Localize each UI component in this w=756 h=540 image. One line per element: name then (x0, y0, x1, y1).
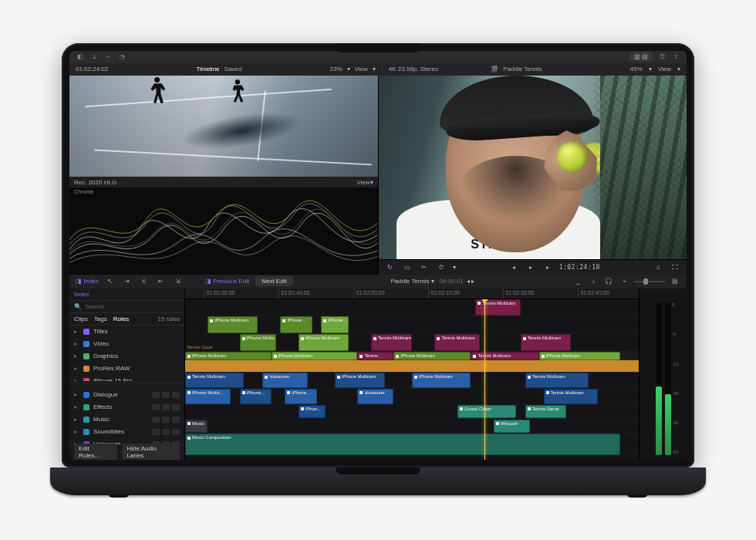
insert-tool-icon[interactable]: ⇤ (156, 276, 167, 287)
fullscreen-icon[interactable]: ⛶ (670, 262, 680, 272)
timeline-lane[interactable]: iPhone MulticamiPhone…iPhone… (185, 316, 639, 334)
clip[interactable]: iPhone Multicam (412, 373, 471, 388)
browser-view-menu[interactable]: View (355, 66, 368, 73)
clip[interactable]: iPhone… (280, 316, 312, 333)
loop-icon[interactable]: ↻ (385, 262, 396, 272)
prev-frame-icon[interactable]: ◂ (508, 262, 519, 272)
clip[interactable]: iPhone Multicam (208, 316, 258, 333)
layout-segmented[interactable]: ▥ ▤ (629, 52, 653, 61)
clip-appearance-icon[interactable]: ▤ (670, 276, 680, 287)
background-tasks-icon[interactable]: ◔ (117, 52, 127, 62)
program-viewer[interactable]: STR (379, 76, 687, 259)
clip[interactable]: iPhone Multic… (185, 389, 231, 404)
trim-tool-icon[interactable]: ⇥ (122, 276, 133, 287)
previous-edit-button[interactable]: ◨ Previous Edit (205, 278, 249, 285)
clip[interactable]: iPhone Multicam (393, 352, 471, 359)
arrow-tool-icon[interactable]: ↖ (105, 276, 116, 287)
role-row[interactable]: ▸Soundbites (69, 426, 184, 438)
timeline-project-name[interactable]: Paddle Tennis (390, 278, 429, 285)
play-icon[interactable]: ▸ (525, 262, 536, 272)
tab-clips[interactable]: Clips (74, 316, 88, 322)
clip[interactable]: Tennis Multicam (185, 373, 244, 388)
timeline-lane[interactable]: iPhone Multic…iPhone…iPhone…VoiceoverTen… (185, 389, 639, 405)
timeline-lane[interactable]: Tennis MulticamVoiceoveriPhone Multicami… (185, 373, 639, 389)
timeline-lane[interactable]: MusicWhoosh (185, 420, 639, 434)
role-row[interactable]: ▸iPhone 15 Pro (69, 375, 184, 381)
hide-audio-lanes-button[interactable]: Hide Audio Lanes (122, 444, 180, 460)
project-name[interactable]: Paddle Tennis (503, 66, 542, 73)
timeline-lane[interactable]: iPhon…Crowd CheerTennis Serve (185, 405, 639, 420)
sidebar-toggle-icon[interactable]: ◧ (76, 52, 85, 62)
range-icon[interactable]: ▭ (402, 262, 413, 272)
viewer-zoom[interactable]: 45% (630, 66, 643, 73)
clip[interactable]: iPhone Multic… (240, 334, 276, 351)
clip[interactable]: Voiceover (262, 373, 308, 388)
connect-tool-icon[interactable]: ⎋ (139, 276, 150, 287)
scope-view-menu[interactable]: View (356, 179, 370, 186)
timeline-tracks[interactable]: Tennis MulticamiPhone MulticamiPhone…iPh… (185, 299, 639, 460)
clip[interactable]: Tennis Multicam (544, 389, 599, 404)
audio-skim-icon[interactable]: ♪ (588, 276, 599, 287)
saved-tab[interactable]: Saved (224, 66, 242, 73)
index-search[interactable]: 🔍 Search (69, 301, 184, 313)
timeline-ruler[interactable]: 01:01:30:0001:01:45:0001:02:00:0001:02:1… (185, 289, 639, 299)
primary-storyline[interactable]: Tennis CourtiPhone MulticamiPhone Multic… (185, 352, 639, 373)
audio-meter-icon[interactable]: ♫ (653, 262, 663, 272)
share-icon[interactable]: ⇪ (671, 52, 680, 62)
role-row[interactable]: ▸Effects (69, 401, 184, 413)
clip[interactable]: Crowd Cheer (457, 405, 516, 419)
clip[interactable]: Music Composition (185, 434, 620, 455)
clip[interactable]: Tennis Multicam (475, 299, 521, 316)
viewer-view-menu[interactable]: View (658, 66, 671, 73)
clip[interactable]: Voiceover (357, 389, 393, 404)
timeline-lane[interactable]: Tennis Multicam (185, 299, 639, 317)
role-row[interactable]: ▸Video (69, 338, 184, 350)
clip[interactable]: Tennis Multicam (371, 334, 412, 351)
video-scope[interactable] (69, 196, 378, 274)
solo-icon[interactable]: 🎧 (603, 276, 614, 287)
clip[interactable]: Whoosh (494, 420, 530, 434)
timeline-lane[interactable]: iPhone Multic…iPhone MulticamTennis Mult… (185, 334, 639, 352)
timeline[interactable]: 01:01:30:0001:01:45:0001:02:00:0001:02:1… (185, 289, 639, 460)
role-row[interactable]: ▸Titles (69, 326, 184, 338)
clip[interactable]: iPhone Multicam (539, 352, 621, 359)
timeline-lane[interactable]: Music Composition (185, 434, 639, 456)
clip[interactable]: iPhone Multicam (299, 334, 349, 351)
timeline-tab[interactable]: Timeline (197, 66, 220, 73)
import-icon[interactable]: ⤓ (89, 52, 99, 62)
tab-roles[interactable]: Roles (113, 316, 129, 322)
role-row[interactable]: ▸ProRes RAW (69, 363, 184, 375)
clip[interactable]: Tennis Multicam (525, 373, 589, 388)
edit-roles-button[interactable]: Edit Roles… (74, 444, 117, 460)
browser-zoom[interactable]: 23% (330, 66, 343, 73)
event-browser-viewer[interactable] (69, 76, 378, 177)
clip[interactable]: Tennis Serve (525, 405, 566, 419)
skimming-icon[interactable]: ⎯ (572, 276, 583, 287)
clip[interactable]: Tennis Multicam (521, 334, 571, 351)
tab-tags[interactable]: Tags (94, 316, 107, 322)
keyword-icon[interactable]: ⌁ (103, 52, 113, 62)
clip[interactable]: iPhone Multicam (272, 352, 358, 359)
index-toggle[interactable]: ◨ Index (76, 278, 99, 285)
clip[interactable]: Tennis… (357, 352, 393, 359)
clip[interactable]: iPhon… (299, 405, 326, 419)
next-edit-button[interactable]: Next Edit (255, 276, 292, 286)
inspector-toggle-icon[interactable]: ☰ (657, 52, 667, 62)
clip[interactable]: Tennis Multicam (434, 334, 480, 351)
role-row[interactable]: ▸Graphics (69, 350, 184, 363)
clip[interactable]: Tennis Multicam (471, 352, 538, 359)
clip[interactable]: iPhone… (321, 316, 348, 333)
role-row[interactable]: ▸Music (69, 413, 184, 426)
playhead[interactable] (484, 299, 485, 460)
next-frame-icon[interactable]: ▸ (542, 262, 553, 272)
viewer-timecode[interactable]: 1:02:24:18 (559, 264, 600, 271)
clip[interactable]: iPhone… (240, 389, 272, 404)
clip[interactable]: iPhone Multicam (335, 373, 385, 388)
retime-icon[interactable]: ⏱ (436, 262, 447, 272)
append-tool-icon[interactable]: ⇲ (173, 276, 184, 287)
clip[interactable]: iPhone Multicam (185, 352, 272, 359)
snap-icon[interactable]: ⌁ (619, 276, 629, 287)
tool-icon[interactable]: ✂ (419, 262, 430, 272)
clip[interactable]: iPhone… (285, 389, 316, 404)
timeline-zoom-slider[interactable] (634, 281, 665, 282)
